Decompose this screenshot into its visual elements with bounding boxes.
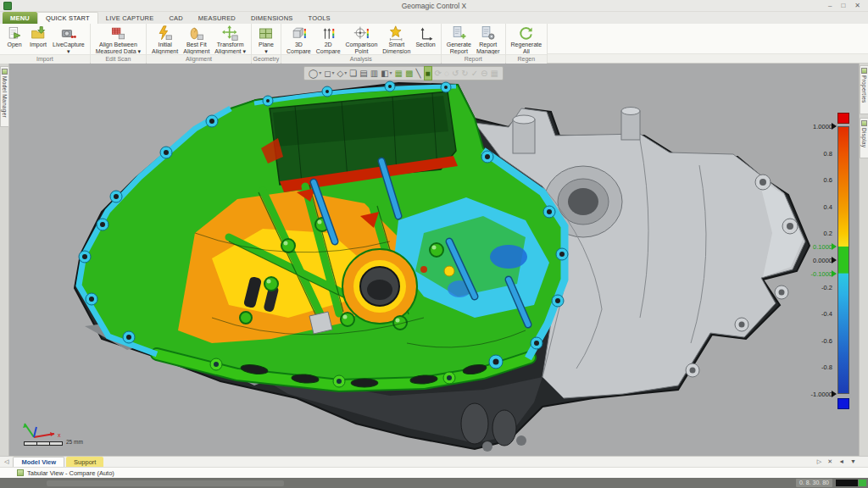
3d-compare-icon bbox=[291, 25, 307, 42]
smart-dimension-icon bbox=[388, 25, 404, 42]
button-label: Comparison bbox=[346, 42, 378, 48]
shaded-view-icon[interactable]: ◯▾ bbox=[309, 67, 321, 80]
tab-support[interactable]: Support bbox=[66, 457, 103, 467]
tab-next-icon[interactable]: ▷ bbox=[817, 458, 821, 465]
button-label: Section bbox=[415, 42, 435, 48]
transform-alignment-icon bbox=[222, 25, 238, 42]
section-button[interactable]: Section bbox=[414, 25, 437, 48]
screen-capture-icon[interactable]: ▤ bbox=[359, 67, 367, 80]
tabular-view-row[interactable]: Tabular View - Compare (Auto) bbox=[0, 467, 868, 478]
report-manager-button[interactable]: Report Manager bbox=[475, 25, 502, 54]
tab-dimensions[interactable]: DIMENSIONS bbox=[243, 12, 301, 24]
button-label: Smart bbox=[389, 42, 405, 48]
tab-measured[interactable]: MEASURED bbox=[191, 12, 243, 24]
colorbar-handle[interactable] bbox=[832, 123, 837, 130]
minimize-button[interactable]: – bbox=[828, 0, 832, 12]
button-label2: Point bbox=[354, 48, 368, 55]
import-icon bbox=[31, 25, 47, 42]
livecapture-button[interactable]: LiveCapture ▾ bbox=[51, 25, 86, 54]
circle-select-icon: ◌ bbox=[444, 67, 449, 80]
3d-compare-button[interactable]: 3D Compare bbox=[285, 25, 313, 54]
model-manager-tab[interactable]: Model Manager bbox=[0, 66, 9, 127]
right-rail: Properties Display bbox=[859, 64, 868, 456]
button-label2: Compare bbox=[287, 48, 311, 55]
display-tab[interactable]: Display bbox=[860, 118, 868, 158]
tab-close-icon[interactable]: ✕ bbox=[827, 458, 832, 465]
button-label: Generate bbox=[447, 42, 471, 48]
tab-quick-start[interactable]: QUICK START bbox=[37, 12, 98, 24]
button-label2: Manager bbox=[476, 48, 500, 55]
colorbar-gradient[interactable] bbox=[837, 126, 849, 394]
model-manager-icon bbox=[2, 69, 8, 75]
2d-compare-button[interactable]: 2D Compare bbox=[314, 25, 342, 54]
initial-alignment-icon bbox=[157, 25, 173, 42]
open-button[interactable]: Open bbox=[3, 25, 25, 48]
measure-line-icon[interactable]: ╲ bbox=[416, 67, 421, 80]
group-label-analysis: Analysis bbox=[281, 54, 441, 64]
colorbar-handle[interactable] bbox=[832, 257, 837, 263]
button-label: LiveCapture bbox=[53, 42, 85, 48]
import-button[interactable]: Import bbox=[27, 25, 49, 48]
best-fit-alignment-button[interactable]: Best Fit Alignment bbox=[181, 25, 211, 54]
tab-scroll-left-icon[interactable]: ◁ bbox=[0, 458, 13, 465]
tab-cad[interactable]: CAD bbox=[161, 12, 190, 24]
group-label-edit-scan: Edit Scan bbox=[91, 54, 146, 64]
button-label: 3D bbox=[295, 42, 303, 48]
view-orientation-cube-icon[interactable]: ◻▾ bbox=[324, 67, 334, 80]
colorbar-label: -0.1000 bbox=[811, 270, 832, 278]
bottom-tab-bar: ◁ Model View Support ▷ ✕ ◄ ▼ bbox=[0, 456, 868, 467]
colorbar-min-block bbox=[837, 398, 849, 409]
paint-deviation-icon[interactable]: ◧▾ bbox=[381, 67, 392, 80]
result-grid-icon[interactable]: ▦ bbox=[395, 67, 403, 80]
group-label-import: Import bbox=[0, 54, 90, 64]
ribbon-group-analysis: 3D Compare 2D Compare Comparison Point S… bbox=[281, 24, 442, 63]
export-grid-icon[interactable]: ▩ bbox=[405, 67, 413, 80]
scale-bar-label: 25 mm bbox=[66, 439, 83, 445]
group-label-geometry: Geometry bbox=[252, 54, 281, 64]
memory-gauge bbox=[836, 480, 858, 486]
align-between-measured-data-button[interactable]: Align Between Measured Data ▾ bbox=[94, 25, 142, 54]
report-manager-icon bbox=[480, 25, 496, 42]
close-button[interactable]: ✕ bbox=[854, 0, 860, 12]
model-3d-view[interactable] bbox=[9, 64, 859, 456]
button-label2: All bbox=[523, 48, 530, 55]
regenerate-all-button[interactable]: Regenerate All bbox=[509, 25, 544, 54]
dock-icon[interactable]: ◄ bbox=[838, 458, 844, 465]
ribbon-group-regen: Regenerate All Regen bbox=[506, 24, 548, 63]
colorbar-label: 0.2 bbox=[824, 230, 832, 237]
button-label2: Alignment bbox=[183, 48, 209, 55]
status-progress-track bbox=[47, 480, 284, 486]
properties-icon bbox=[861, 68, 867, 74]
generate-report-button[interactable]: Generate Report bbox=[445, 25, 473, 54]
initial-alignment-button[interactable]: Initial Alignment bbox=[150, 25, 180, 54]
smart-dimension-button[interactable]: Smart Dimension bbox=[381, 25, 412, 54]
restore-button[interactable]: □ bbox=[841, 0, 845, 12]
button-label2: Dimension bbox=[382, 48, 410, 55]
tab-live-capture[interactable]: LIVE CAPTURE bbox=[98, 12, 162, 24]
tabular-view-label: Tabular View - Compare (Auto) bbox=[27, 469, 114, 477]
split-view-icon[interactable]: ▥ bbox=[370, 67, 378, 80]
button-label: Import bbox=[30, 42, 47, 48]
tab-model-view[interactable]: Model View bbox=[13, 457, 64, 467]
plane-button[interactable]: Plane ▾ bbox=[255, 25, 277, 54]
colorbar-handle[interactable] bbox=[832, 270, 837, 277]
colorbar-handle[interactable] bbox=[832, 243, 837, 250]
button-label: Align Between bbox=[99, 42, 137, 48]
ribbon-group-import: Open Import LiveCapture ▾ Import bbox=[0, 24, 91, 63]
wireframe-view-icon[interactable]: ◇▾ bbox=[337, 67, 348, 80]
colorbar-handle[interactable] bbox=[832, 391, 837, 397]
menu-button[interactable]: MENU bbox=[3, 12, 37, 24]
tab-tools[interactable]: TOOLS bbox=[300, 12, 337, 24]
properties-tab[interactable]: Properties bbox=[860, 65, 868, 114]
sync-view-icon: ⟳ bbox=[435, 67, 442, 80]
group-label-alignment: Alignment bbox=[147, 54, 251, 64]
viewport-window-icon[interactable]: ❏ bbox=[349, 67, 357, 80]
colorbar-label: -0.4 bbox=[821, 310, 832, 318]
ribbon-group-edit-scan: Align Between Measured Data ▾ Edit Scan bbox=[91, 24, 147, 63]
comparison-point-button[interactable]: Comparison Point bbox=[344, 25, 380, 54]
colorbar-label: -1.0000 bbox=[811, 391, 832, 398]
scale-bar bbox=[24, 441, 63, 446]
color-swatch-icon[interactable]: ■ bbox=[424, 66, 432, 80]
tab-menu-icon[interactable]: ▼ bbox=[850, 458, 856, 465]
transform-alignment-button[interactable]: Transform Alignment ▾ bbox=[213, 25, 248, 54]
